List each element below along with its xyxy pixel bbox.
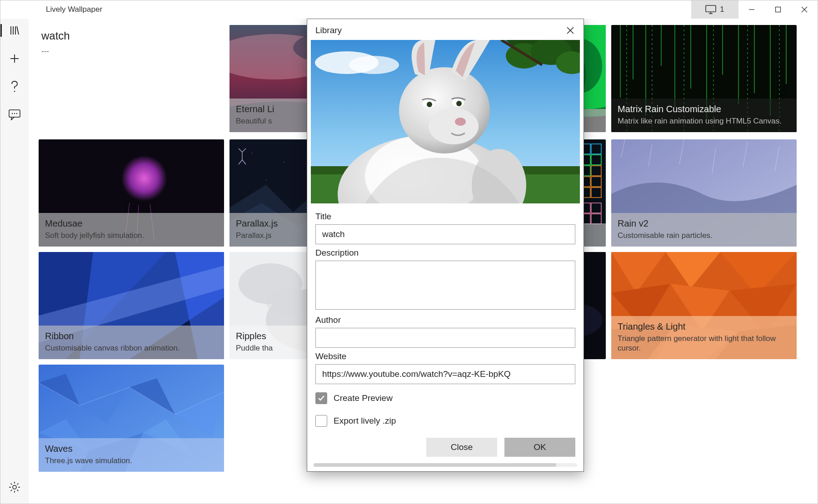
card-title: Waves bbox=[45, 444, 218, 454]
close-window-button[interactable] bbox=[791, 0, 818, 19]
wallpaper-card[interactable]: Triangles & Light Triangle pattern gener… bbox=[611, 252, 797, 359]
svg-point-59 bbox=[265, 180, 266, 181]
nav-feedback-icon[interactable] bbox=[7, 108, 22, 122]
svg-point-55 bbox=[284, 162, 284, 163]
dialog-close-button[interactable] bbox=[565, 25, 575, 35]
ok-button-label: OK bbox=[534, 442, 546, 452]
card-description: Customisable canvas ribbon animation. bbox=[45, 343, 218, 353]
svg-point-54 bbox=[252, 153, 253, 153]
website-label: Website bbox=[315, 351, 575, 361]
nav-settings-icon[interactable] bbox=[7, 480, 22, 494]
sidebar bbox=[0, 19, 29, 504]
svg-rect-0 bbox=[706, 5, 716, 12]
card-title: Rain v2 bbox=[618, 218, 790, 229]
wallpaper-card[interactable]: Matrix Rain Customizable Matrix like rai… bbox=[611, 25, 797, 132]
wallpaper-card[interactable]: Rain v2 Customisable rain particles. bbox=[611, 139, 797, 247]
dialog-ok-action[interactable]: OK bbox=[504, 438, 575, 457]
card-overlay: Triangles & Light Triangle pattern gener… bbox=[611, 316, 797, 360]
nav-library-icon[interactable] bbox=[7, 23, 22, 38]
author-label: Author bbox=[315, 315, 575, 325]
nav-add-icon[interactable] bbox=[7, 51, 22, 66]
maximize-button[interactable] bbox=[765, 0, 791, 19]
svg-line-10 bbox=[17, 26, 19, 35]
card-overlay: Medusae Soft body jellyfish simulation. bbox=[39, 213, 224, 247]
website-input[interactable] bbox=[315, 364, 575, 384]
card-overlay: Matrix Rain Customizable Matrix like rai… bbox=[611, 99, 797, 132]
monitor-count: 1 bbox=[720, 5, 724, 14]
create-preview-checkbox[interactable] bbox=[315, 392, 327, 404]
titlebar: Lively Wallpaper 1 bbox=[0, 0, 818, 19]
description-input[interactable] bbox=[315, 261, 575, 310]
card-title: Triangles & Light bbox=[618, 321, 790, 332]
card-description: Triangle pattern generator with light th… bbox=[618, 334, 790, 353]
card-description: Customisable rain particles. bbox=[618, 231, 790, 240]
card-overlay: Rain v2 Customisable rain particles. bbox=[611, 213, 797, 247]
wallpaper-card[interactable]: Waves Three.js wave simulation. bbox=[39, 365, 224, 472]
svg-point-52 bbox=[108, 152, 174, 217]
main-content: watch --- Eterna bbox=[29, 19, 818, 504]
card-overlay: Waves Three.js wave simulation. bbox=[39, 438, 224, 472]
card-title: Matrix Rain Customizable bbox=[618, 104, 790, 114]
close-button-label: Close bbox=[451, 442, 473, 452]
title-input[interactable] bbox=[315, 224, 575, 244]
card-description: Soft body jellyfish simulation. bbox=[45, 231, 218, 240]
dialog-scrollbar[interactable] bbox=[314, 463, 577, 467]
library-dialog: Library bbox=[307, 19, 584, 472]
card-title: Medusae bbox=[45, 218, 218, 229]
export-zip-label: Export lively .zip bbox=[334, 416, 396, 426]
svg-point-114 bbox=[266, 288, 311, 316]
svg-point-160 bbox=[456, 101, 462, 106]
svg-line-23 bbox=[11, 484, 12, 485]
create-preview-label: Create Preview bbox=[334, 393, 393, 403]
dialog-title: Library bbox=[315, 25, 342, 35]
description-label: Description bbox=[315, 248, 575, 258]
svg-line-26 bbox=[11, 490, 12, 491]
card-description: Matrix like rain animation using HTML5 C… bbox=[618, 116, 790, 126]
library-title: watch bbox=[41, 30, 219, 42]
svg-point-155 bbox=[429, 108, 479, 144]
wallpaper-card[interactable]: Ribbon Customisable canvas ribbon animat… bbox=[39, 252, 224, 359]
svg-point-15 bbox=[12, 113, 13, 114]
minimize-button[interactable] bbox=[738, 0, 765, 19]
monitor-icon bbox=[705, 5, 716, 14]
app-title: Lively Wallpaper bbox=[46, 5, 102, 14]
svg-point-13 bbox=[14, 91, 15, 92]
scrollbar-thumb[interactable] bbox=[314, 463, 556, 467]
dialog-preview bbox=[311, 40, 580, 203]
card-description: Three.js wave simulation. bbox=[45, 456, 218, 465]
library-panel: watch --- bbox=[39, 25, 222, 134]
title-label: Title bbox=[315, 212, 575, 222]
card-title: Ribbon bbox=[45, 331, 218, 341]
svg-point-16 bbox=[14, 113, 15, 114]
svg-rect-4 bbox=[776, 7, 781, 12]
svg-line-24 bbox=[17, 490, 19, 491]
monitor-button[interactable]: 1 bbox=[691, 0, 738, 19]
svg-line-25 bbox=[17, 484, 19, 485]
library-description: --- bbox=[41, 47, 219, 56]
author-input[interactable] bbox=[315, 328, 575, 348]
svg-point-18 bbox=[13, 485, 16, 489]
export-zip-checkbox[interactable] bbox=[315, 415, 327, 427]
svg-point-156 bbox=[455, 118, 466, 126]
dialog-close-action[interactable]: Close bbox=[426, 438, 497, 457]
svg-point-144 bbox=[349, 56, 399, 74]
card-overlay: Ribbon Customisable canvas ribbon animat… bbox=[39, 326, 224, 359]
wallpaper-card[interactable]: Medusae Soft body jellyfish simulation. bbox=[39, 139, 224, 247]
svg-point-158 bbox=[427, 102, 432, 107]
svg-point-17 bbox=[16, 113, 17, 114]
nav-help-icon[interactable] bbox=[7, 79, 22, 94]
